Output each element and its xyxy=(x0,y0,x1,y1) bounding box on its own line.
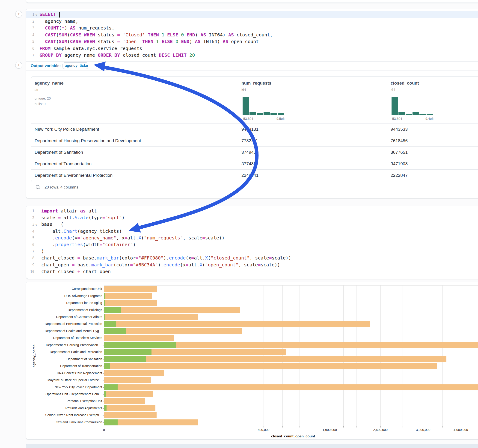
code-line: GROUP BY agency_name ORDER BY closed_cou… xyxy=(39,52,478,58)
bar-open-count xyxy=(104,391,106,397)
histogram-closed-count xyxy=(391,97,434,115)
line-number: 1 xyxy=(26,209,34,213)
table-row[interactable]: Department of Transportation377489234719… xyxy=(31,158,478,170)
table-row[interactable]: Department of Housing Preservation and D… xyxy=(31,135,478,147)
x-tick xyxy=(283,426,283,428)
bar-open-count xyxy=(104,342,176,348)
x-tick xyxy=(452,426,452,428)
gridline xyxy=(403,286,403,426)
gridline xyxy=(413,286,413,426)
gridline xyxy=(369,286,369,426)
bar-closed-count xyxy=(104,293,152,299)
y-axis-label: Taxi and Limousine Commission xyxy=(26,420,102,424)
histogram-max-label: 9.5e6 xyxy=(243,117,284,120)
results-table[interactable]: agency_name str unique: 20 nulls: 0 num_… xyxy=(31,76,478,182)
y-axis-label: Correspondence Unit xyxy=(26,287,102,291)
line-number: 3 xyxy=(26,26,34,30)
column-type: i64 xyxy=(391,87,395,92)
histogram-bar xyxy=(243,97,249,115)
gridline xyxy=(217,286,217,426)
y-tick xyxy=(103,394,104,395)
line-number: 4 xyxy=(26,33,34,37)
code-line: chart_closed + chart_open xyxy=(41,269,478,274)
table-cell: 3677651 xyxy=(391,147,408,158)
code-line: CAST(SUM(CASE WHEN status = 'Closed' THE… xyxy=(39,32,478,37)
column-meta-nulls: nulls: 0 xyxy=(35,102,46,106)
histogram-bar xyxy=(391,97,398,115)
bar-closed-count xyxy=(104,307,240,313)
histogram-num-requests xyxy=(243,97,284,115)
bar-open-count xyxy=(104,307,121,313)
y-tick xyxy=(103,359,104,360)
code-line: alt.Chart(agency_tickets) xyxy=(41,228,478,234)
histogram-bar xyxy=(257,113,263,115)
histogram-bar xyxy=(278,113,284,115)
add-cell-button[interactable]: + xyxy=(15,11,22,18)
column-header-closed-count: closed_count xyxy=(391,81,419,86)
bar-closed-count xyxy=(104,419,198,425)
y-tick xyxy=(103,401,104,401)
next-cell-collapsed[interactable] xyxy=(26,444,478,448)
x-tick xyxy=(433,426,433,428)
bar-open-count xyxy=(104,293,105,299)
bar-closed-count xyxy=(104,363,437,369)
code-line: .properties(width="container") xyxy=(41,242,478,247)
line-number: 3 xyxy=(26,222,34,227)
y-axis-label: Department of Sanitation xyxy=(26,357,102,361)
fold-chevron-icon[interactable]: ∨ xyxy=(35,223,37,227)
table-row[interactable]: New York City Police Department945313194… xyxy=(31,123,478,135)
python-editor[interactable]: 1import altair as alt2scale = alt.Scale(… xyxy=(26,206,478,279)
bar-closed-count xyxy=(104,377,151,383)
bar-open-count xyxy=(104,328,126,334)
y-tick xyxy=(103,366,104,367)
x-axis-title: closed_count, open_count xyxy=(271,434,315,438)
y-tick xyxy=(103,415,104,416)
code-line: SELECT xyxy=(39,12,478,17)
table-cell: 9443533 xyxy=(391,124,408,135)
code-line: .encode(y="agency_name", x=alt.X("num_re… xyxy=(41,235,478,241)
x-tick xyxy=(242,426,242,428)
gridline xyxy=(264,286,264,426)
chart-plot-area xyxy=(104,285,478,426)
histogram-bar xyxy=(398,112,405,115)
y-axis-title: agency_name xyxy=(32,327,36,385)
x-tick xyxy=(413,426,413,428)
table-row[interactable]: Department of Environmental Protection22… xyxy=(31,169,478,181)
column-meta-unique: unique: 20 xyxy=(35,96,51,100)
y-axis-label: Department for the Aging xyxy=(26,301,102,305)
line-number: 5 xyxy=(26,40,34,44)
bar-open-count xyxy=(104,419,118,425)
code-line: base = ( xyxy=(41,221,478,227)
bar-closed-count xyxy=(104,384,478,390)
table-cell: New York City Police Department xyxy=(35,124,99,135)
fold-chevron-icon[interactable]: ∨ xyxy=(35,13,37,17)
bar-open-count xyxy=(104,321,116,327)
column-header-agency-name: agency_name xyxy=(35,81,64,86)
y-axis-label: Personal Exemption Unit xyxy=(26,399,102,403)
table-cell: 2240041 xyxy=(241,170,258,181)
add-cell-button-2[interactable]: + xyxy=(15,62,22,69)
y-axis-label: Department of Housing Preservation … xyxy=(26,343,102,347)
bar-closed-count xyxy=(104,300,157,306)
y-tick xyxy=(103,310,104,311)
output-variable-pill[interactable]: agency_tickets xyxy=(63,62,88,69)
table-cell: Department of Transportation xyxy=(35,158,92,169)
gridline xyxy=(184,286,184,426)
gridline xyxy=(433,286,433,426)
code-line: chart_closed = base.mark_bar(color="#FFC… xyxy=(41,255,478,261)
table-cell: 3471908 xyxy=(391,158,408,169)
x-axis-label: 2,400,000 xyxy=(373,428,387,432)
search-icon[interactable] xyxy=(35,185,41,190)
line-number: 10 xyxy=(26,270,34,274)
code-line: FROM sample_data.nyc.service_requests xyxy=(39,46,478,51)
line-number: 2 xyxy=(26,216,34,220)
gridline xyxy=(343,286,344,426)
x-axis-label: 0 xyxy=(103,428,105,432)
sql-editor[interactable]: 1∨SELECT2 agency_name,3 COUNT(*) AS num_… xyxy=(26,9,478,61)
code-line: import altair as alt xyxy=(41,208,478,214)
y-tick xyxy=(103,296,104,296)
column-type: i64 xyxy=(241,87,246,92)
table-row[interactable]: Department of Sanitation37494853677651 xyxy=(31,146,478,158)
x-tick xyxy=(392,426,392,428)
x-tick xyxy=(343,426,344,428)
